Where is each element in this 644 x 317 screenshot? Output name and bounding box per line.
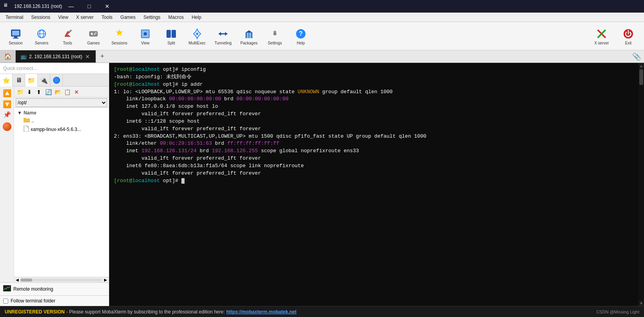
sessions-icon <box>113 27 125 41</box>
view-label: View <box>141 41 150 45</box>
file-toolbar: 📁 ⬇ ⬆ 🔄 📂 📋 ✕ <box>14 87 109 98</box>
toolbar-help[interactable]: ? Help <box>288 24 313 49</box>
menu-settings[interactable]: Settings <box>139 14 164 21</box>
nav-icon-up[interactable]: 🔼 <box>3 89 11 98</box>
quick-connect-placeholder: Quick connect... <box>3 66 37 71</box>
settings-label: Settings <box>268 41 282 45</box>
toolbar-servers[interactable]: Servers <box>29 24 54 49</box>
xserver-label: X server <box>594 41 609 45</box>
tab-attach[interactable]: 📎 <box>632 50 644 63</box>
file-btn-refresh[interactable]: 🔄 <box>44 88 53 96</box>
svg-point-19 <box>196 33 198 35</box>
hscroll-thumb[interactable] <box>20 278 32 282</box>
minimize-button[interactable]: — <box>62 0 80 13</box>
svg-marker-24 <box>245 30 252 33</box>
toolbar-tools[interactable]: Tools <box>55 24 80 49</box>
terminal-line-6: inet 127.0.0.1/8 scope host lo <box>114 103 634 111</box>
path-select[interactable]: /opt/ <box>16 98 107 107</box>
sidebar-nav-icons: 🔼 🔽 📌 <box>0 87 14 282</box>
toolbar-tunneling[interactable]: Tunneling <box>210 24 236 49</box>
terminal-line-7: valid_lft forever preferred_lft forever <box>114 111 634 118</box>
help-icon: ? <box>295 27 307 41</box>
nav-icon-down[interactable]: 🔽 <box>3 100 11 109</box>
main-area: 🏠 📺 2. 192.168.126.131 (root) ✕ + 📎 Quic… <box>0 50 644 306</box>
status-right: CSDN @Missing Light <box>596 310 639 314</box>
sidebar-bottom: Remote monitoring Follow terminal folder <box>0 282 109 306</box>
follow-folder-checkbox[interactable] <box>3 299 8 304</box>
toolbar-games[interactable]: Games <box>81 24 106 49</box>
file-btn-copy[interactable]: 📋 <box>63 88 71 96</box>
sidebar-tabs: ⭐ 🖥 📁 🔌 🌐 <box>0 74 109 87</box>
monitor-icon <box>3 285 11 293</box>
hscroll-left[interactable]: ◀ <box>15 278 20 282</box>
split-label: Split <box>167 41 175 45</box>
vscroll-thumb[interactable] <box>639 69 643 85</box>
menu-help[interactable]: Help <box>188 14 205 21</box>
menu-view[interactable]: View <box>54 14 72 21</box>
menu-terminal[interactable]: Terminal <box>2 14 27 21</box>
toolbar-split[interactable]: Split <box>159 24 184 49</box>
menu-sessions[interactable]: Sessions <box>27 14 54 21</box>
sidebar-tab-favorites[interactable]: ⭐ <box>0 74 13 87</box>
toolbar-packages[interactable]: Packages <box>236 24 262 49</box>
terminal-line-9: valid_lft forever preferred_lft forever <box>114 125 634 133</box>
file-btn-upload[interactable]: ⬆ <box>35 88 43 96</box>
sidebar-tab-globe[interactable]: 🌐 <box>50 74 63 87</box>
terminal-line-16: [root@localhost opt]# <box>114 177 634 185</box>
menu-macros[interactable]: Macros <box>165 14 188 21</box>
sidebar-tab-connect[interactable]: 🔌 <box>38 74 50 87</box>
vscroll-up-button[interactable]: ▲ <box>639 63 644 68</box>
toolbar-multiexec[interactable]: MultiExec <box>185 24 210 49</box>
tunneling-icon <box>217 27 229 41</box>
file-btn-download[interactable]: ⬇ <box>25 88 34 96</box>
sidebar-tab-sessions[interactable]: 🖥 <box>13 74 25 87</box>
svg-marker-22 <box>219 32 221 36</box>
menu-tools[interactable]: Tools <box>98 14 117 21</box>
menu-xserver[interactable]: X server <box>72 14 98 21</box>
close-button[interactable]: ✕ <box>98 0 116 13</box>
file-btn-folder[interactable]: 📁 <box>16 88 24 96</box>
tab-close-button[interactable]: ✕ <box>84 53 91 60</box>
tab-add-button[interactable]: + <box>96 50 108 63</box>
status-bar: UNREGISTERED VERSION - Please support Mo… <box>0 306 644 317</box>
toolbar-right: X server ⏻ Exit <box>589 24 641 49</box>
menu-bar: Terminal Sessions View X server Tools Ga… <box>0 13 644 22</box>
nav-icon-circle[interactable] <box>3 122 11 131</box>
file-btn-newfolder[interactable]: 📂 <box>53 88 62 96</box>
toolbar-xserver[interactable]: X server <box>589 24 614 49</box>
split-icon <box>165 27 177 41</box>
toolbar-sessions[interactable]: Sessions <box>107 24 132 49</box>
status-link[interactable]: https://mobaxterm.mobatek.net <box>226 309 296 315</box>
svg-rect-2 <box>14 37 17 38</box>
terminal-line-5: link/loopback 00:00:00:00:00:00 brd 00:0… <box>114 96 634 103</box>
games-icon <box>88 27 99 41</box>
nav-icon-pin[interactable]: 📌 <box>3 111 11 118</box>
servers-icon <box>36 27 48 41</box>
toolbar-settings[interactable]: Settings <box>262 24 287 49</box>
vscroll-down-button[interactable]: ▼ <box>639 300 644 306</box>
tree-item-file[interactable]: xampp-linux-x64-5.6.3... <box>14 125 109 134</box>
hscroll-right[interactable]: ▶ <box>103 278 108 282</box>
packages-label: Packages <box>240 41 258 45</box>
tab-terminal[interactable]: 📺 2. 192.168.126.131 (root) ✕ <box>16 50 96 63</box>
sidebar-tab-files[interactable]: 📁 <box>25 74 38 87</box>
terminal-line-2: -bash: ipconfig: 未找到命令 <box>114 74 634 81</box>
file-btn-delete[interactable]: ✕ <box>72 88 81 96</box>
menu-games[interactable]: Games <box>117 14 140 21</box>
tab-label: 2. 192.168.126.131 (root) <box>29 54 82 59</box>
status-message: - Please support MobaXterm by subscribin… <box>66 309 225 315</box>
window-controls: — □ ✕ <box>62 0 116 13</box>
toolbar-exit[interactable]: ⏻ Exit <box>616 24 641 49</box>
toolbar-view[interactable]: View <box>133 24 158 49</box>
tab-home[interactable]: 🏠 <box>0 50 16 63</box>
quick-connect-input[interactable]: Quick connect... <box>0 63 109 74</box>
follow-folder[interactable]: Follow terminal folder <box>0 296 109 306</box>
remote-monitor[interactable]: Remote monitoring <box>0 283 109 296</box>
terminal[interactable]: [root@localhost opt]# ipconfig -bash: ip… <box>109 63 639 306</box>
tree-item-parent[interactable]: .. <box>14 116 109 125</box>
servers-label: Servers <box>35 41 48 45</box>
maximize-button[interactable]: □ <box>80 0 98 13</box>
folder-up-icon <box>24 117 30 124</box>
tree-item-parent-label: .. <box>31 118 34 123</box>
toolbar-session[interactable]: Session <box>3 24 28 49</box>
